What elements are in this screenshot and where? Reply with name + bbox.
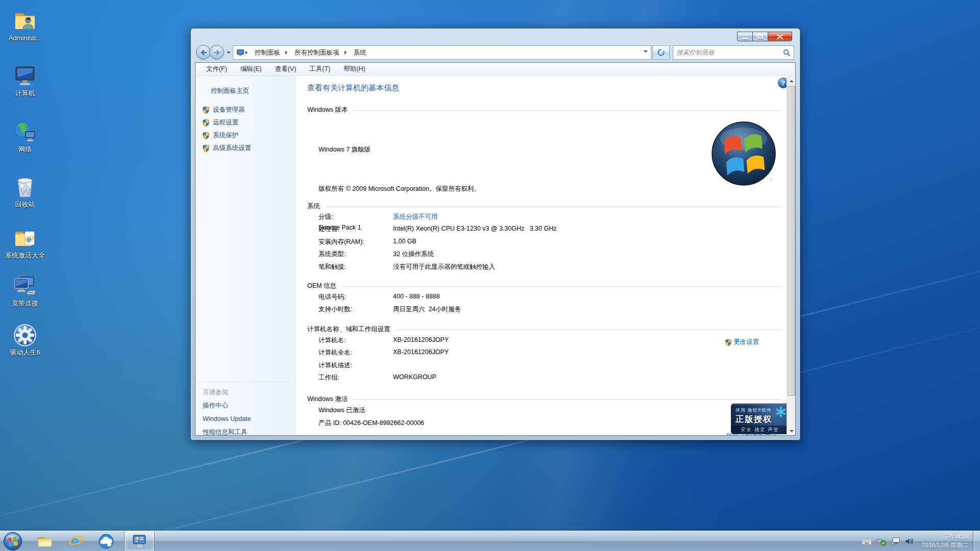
taskbar-active-window-button[interactable] bbox=[124, 531, 155, 551]
sidebar-item-label: 系统保护 bbox=[213, 131, 238, 140]
breadcrumb-all-items[interactable]: 所有控制面板项 bbox=[290, 47, 344, 59]
section-header-label: Windows 版本 bbox=[307, 106, 348, 114]
section-rule bbox=[341, 286, 781, 287]
sidebar-item-windows-update[interactable]: Windows Update bbox=[195, 412, 288, 425]
row-label: 计算机描述: bbox=[318, 361, 393, 373]
desktop-icon-network[interactable]: 网络 bbox=[1, 118, 49, 153]
menu-edit[interactable]: 编辑(E) bbox=[234, 63, 268, 76]
usb-device-tray-icon[interactable] bbox=[876, 537, 886, 546]
breadcrumb-separator bbox=[285, 51, 289, 55]
desktop-icon-label: 宽带连接 bbox=[1, 299, 49, 307]
computer-icon bbox=[1, 62, 49, 88]
desktop-icon-activation-folder[interactable]: e 系统激活大全 bbox=[1, 224, 49, 259]
desktop-icon-broadband[interactable]: 宽带连接 bbox=[1, 272, 49, 307]
desktop-background: Administr... 计算机 网络 bbox=[0, 0, 980, 551]
back-button[interactable] bbox=[196, 45, 211, 60]
menu-view[interactable]: 查看(V) bbox=[268, 63, 303, 76]
learn-more-online-link[interactable]: 联机了解更多内容 bbox=[726, 432, 777, 435]
uac-shield-icon bbox=[725, 339, 732, 346]
row-label: 处理器: bbox=[318, 225, 393, 237]
search-icon[interactable] bbox=[783, 49, 791, 57]
taskbar-browser-button[interactable] bbox=[98, 533, 114, 549]
minimize-button[interactable] bbox=[737, 32, 752, 41]
menu-tools[interactable]: 工具(T) bbox=[303, 63, 337, 76]
sidebar-item-action-center[interactable]: 操作中心 bbox=[195, 399, 288, 412]
see-also-header: 另请参阅 bbox=[195, 386, 288, 399]
breadcrumb-system[interactable]: 系统 bbox=[350, 47, 371, 59]
folder-icon bbox=[37, 533, 53, 549]
back-arrow-icon bbox=[199, 48, 208, 57]
address-dropdown-chevron[interactable] bbox=[644, 51, 648, 55]
desktop-icon-administrator[interactable]: Administr... bbox=[1, 7, 49, 42]
row-value: 没有可用于此显示器的笔或触控输入 bbox=[393, 263, 495, 275]
row-value: 1.00 GB bbox=[393, 238, 416, 250]
forward-arrow-icon bbox=[212, 48, 222, 57]
desktop-icon-label: 驱动人生6 bbox=[1, 348, 49, 356]
change-settings-link[interactable]: 更改设置 bbox=[725, 338, 759, 346]
keyboard-tray-icon[interactable] bbox=[862, 538, 872, 545]
sidebar-item-device-manager[interactable]: 设备管理器 bbox=[195, 104, 296, 116]
product-id: 产品 ID: 00426-OEM-8992662-00006 bbox=[318, 419, 424, 428]
row-value: 32 位操作系统 bbox=[393, 250, 434, 262]
window-caption-buttons bbox=[737, 32, 792, 41]
system-control-panel-window: 控制面板 所有控制面板项 系统 bbox=[190, 28, 800, 440]
clock-date: 2016/12/6 星期二 bbox=[921, 541, 969, 549]
menu-help[interactable]: 帮助(H) bbox=[337, 63, 372, 76]
main-content: ? 查看有关计算机的基本信息 Windows 版本 Windows 7 旗舰版 … bbox=[296, 77, 795, 435]
windows-edition: Windows 7 旗舰版 bbox=[318, 143, 480, 157]
recent-pages-chevron[interactable] bbox=[227, 52, 231, 56]
section-header-label: 计算机名称、域和工作组设置 bbox=[307, 325, 390, 334]
taskbar-explorer-button[interactable] bbox=[37, 533, 53, 549]
taskbar-clock[interactable]: 下午 4:04 2016/12/6 星期二 bbox=[921, 531, 969, 551]
recycle-bin-icon bbox=[1, 173, 49, 199]
breadcrumb-separator bbox=[246, 51, 250, 55]
network-tray-icon[interactable] bbox=[891, 537, 900, 545]
sidebar-task-list: 设备管理器 远程设置 bbox=[195, 104, 296, 155]
sidebar-item-remote-settings[interactable]: 远程设置 bbox=[195, 116, 296, 129]
genuine-software-badge[interactable]: 使用 微软®软件 正版授权 安全 稳定 声誉 bbox=[731, 404, 789, 434]
forward-button[interactable] bbox=[209, 45, 224, 60]
desktop-icon-computer[interactable]: 计算机 bbox=[1, 62, 49, 97]
system-rows: 分级: 系统分级不可用 处理器: Intel(R) Xeon(R) CPU E3… bbox=[318, 213, 556, 275]
vertical-scrollbar[interactable] bbox=[787, 77, 795, 435]
internet-explorer-icon: e bbox=[68, 533, 85, 549]
scroll-down-button[interactable] bbox=[787, 427, 795, 435]
section-windows-activation: Windows 激活 bbox=[307, 395, 781, 404]
activation-folder-icon: e bbox=[1, 224, 49, 250]
network-icon bbox=[1, 118, 49, 144]
scrollbar-thumb[interactable] bbox=[788, 86, 795, 396]
sidebar-item-performance-tools[interactable]: 性能信息和工具 bbox=[195, 425, 288, 439]
section-rule bbox=[396, 330, 781, 330]
desktop-icon-recycle-bin[interactable]: 回收站 bbox=[1, 173, 49, 208]
sidebar-item-label: 设备管理器 bbox=[213, 106, 245, 114]
system-tray bbox=[862, 531, 914, 551]
breadcrumb-control-panel[interactable]: 控制面板 bbox=[251, 47, 284, 59]
rating-unavailable-link[interactable]: 系统分级不可用 bbox=[393, 213, 438, 225]
sidebar-item-advanced-system-settings[interactable]: 高级系统设置 bbox=[195, 142, 296, 155]
start-button[interactable] bbox=[3, 532, 22, 551]
gear-app-icon bbox=[1, 321, 49, 347]
sidebar-item-system-protection[interactable]: 系统保护 bbox=[195, 129, 296, 142]
sidebar-item-control-panel-home[interactable]: 控制面板主页 bbox=[211, 87, 296, 95]
show-desktop-button[interactable] bbox=[973, 531, 980, 551]
scroll-up-button[interactable] bbox=[787, 77, 795, 85]
broadband-connection-icon bbox=[1, 272, 49, 298]
refresh-button[interactable] bbox=[652, 45, 670, 60]
menu-file[interactable]: 文件(F) bbox=[200, 63, 234, 76]
row-pen-touch: 笔和触摸: 没有可用于此显示器的笔或触控输入 bbox=[318, 263, 556, 275]
row-label: 计算机名: bbox=[318, 336, 393, 348]
row-label: 笔和触摸: bbox=[318, 263, 393, 275]
close-button[interactable] bbox=[768, 32, 792, 41]
taskbar-ie-button[interactable]: e bbox=[68, 533, 85, 549]
row-workgroup: 工作组: WORKGROUP bbox=[318, 373, 449, 386]
search-input[interactable] bbox=[676, 49, 783, 56]
copyright-line: 版权所有 © 2009 Microsoft Corporation。保留所有权利… bbox=[318, 183, 480, 196]
maximize-button[interactable] bbox=[752, 32, 768, 41]
refresh-icon bbox=[657, 48, 665, 57]
cloud-browser-icon bbox=[98, 533, 114, 549]
clock-time: 下午 4:04 bbox=[943, 533, 969, 541]
desktop-icon-driver-life[interactable]: 驱动人生6 bbox=[1, 321, 49, 356]
volume-tray-icon[interactable] bbox=[905, 537, 914, 545]
section-oem: OEM 信息 bbox=[307, 282, 781, 290]
row-label: 系统类型: bbox=[318, 250, 393, 262]
